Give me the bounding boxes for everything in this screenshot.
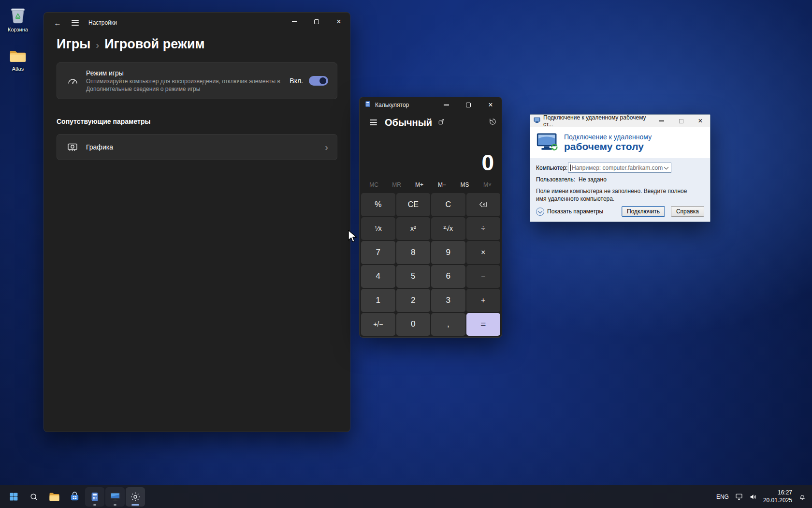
- calc-key-reciprocal[interactable]: ⅟x: [361, 217, 395, 240]
- calc-key-subtract[interactable]: −: [466, 265, 501, 288]
- calc-key-three[interactable]: 3: [431, 289, 465, 312]
- network-icon[interactable]: [735, 493, 743, 500]
- language-indicator[interactable]: ENG: [716, 493, 729, 500]
- desktop-icon-label: Atlas: [12, 66, 24, 72]
- calc-memory-clear-button[interactable]: MC: [362, 181, 385, 188]
- breadcrumb-games[interactable]: Игры: [57, 37, 90, 52]
- calc-key-backspace[interactable]: [466, 193, 501, 216]
- close-icon: ×: [488, 101, 493, 109]
- calc-memory-store-button[interactable]: MS: [453, 181, 476, 188]
- search-icon: [29, 492, 39, 502]
- mouse-cursor: [347, 229, 358, 246]
- maximize-button[interactable]: [305, 13, 328, 31]
- taskbar-search-button[interactable]: [24, 487, 44, 507]
- rdp-window: Подключение к удаленному рабочему ст... …: [530, 114, 710, 222]
- history-icon: [489, 118, 497, 126]
- desktop-icon-atlas[interactable]: Atlas: [0, 49, 36, 72]
- calc-memory-recall-button[interactable]: MR: [385, 181, 408, 188]
- game-mode-description: Оптимизируйте компьютер для воспроизведе…: [86, 78, 282, 85]
- close-button[interactable]: ×: [479, 97, 502, 113]
- hamburger-icon: [370, 120, 377, 125]
- volume-icon[interactable]: [749, 493, 757, 501]
- taskbar-clock[interactable]: 16:27 20.01.2025: [763, 489, 792, 504]
- back-button[interactable]: ←: [49, 15, 66, 31]
- rdp-window-title: Подключение к удаленному рабочему ст...: [543, 114, 652, 128]
- minimize-button[interactable]: [435, 97, 457, 113]
- connect-button[interactable]: Подключить: [622, 206, 665, 217]
- settings-window-title: Настройки: [88, 19, 117, 26]
- calc-key-percent[interactable]: %: [361, 193, 395, 216]
- calc-key-equals[interactable]: =: [466, 313, 501, 336]
- minimize-button[interactable]: [652, 115, 671, 127]
- remote-desktop-icon: [109, 491, 121, 502]
- history-button[interactable]: [489, 118, 497, 127]
- keep-on-top-button[interactable]: [438, 118, 445, 127]
- close-button[interactable]: ×: [328, 13, 350, 31]
- calc-key-negate[interactable]: +/−: [361, 313, 395, 336]
- help-button[interactable]: Справка: [671, 206, 704, 217]
- rdp-heading-line2: рабочему столу: [564, 141, 652, 152]
- calc-key-multiply[interactable]: ×: [466, 241, 501, 264]
- calc-memory-flyout-button[interactable]: M˅: [476, 181, 499, 188]
- computer-combobox[interactable]: Например: computer.fabrikam.com: [568, 163, 671, 173]
- calc-key-two[interactable]: 2: [396, 289, 431, 312]
- hint-line2: имя удаленного компьютера.: [536, 195, 704, 203]
- maximize-icon: [679, 119, 683, 123]
- store-icon: [69, 491, 80, 502]
- graphics-settings-row[interactable]: Графика ›: [57, 134, 337, 160]
- maximize-icon: [314, 19, 319, 24]
- calculator-app-icon: [364, 101, 371, 109]
- calc-mode-label: Обычный: [385, 117, 432, 128]
- calc-key-square-root[interactable]: ²√x: [431, 217, 465, 240]
- game-mode-learn-more-link[interactable]: Дополнительные сведения о режиме игры: [86, 86, 282, 92]
- taskbar-settings-button[interactable]: [126, 487, 145, 507]
- calc-key-seven[interactable]: 7: [361, 241, 395, 264]
- desktop-icon-recycle-bin[interactable]: Корзина: [0, 6, 36, 32]
- calc-keypad: %CEC⅟xx²²√x÷789×456−123++/−0,=: [360, 192, 502, 337]
- taskbar-store-button[interactable]: [65, 487, 84, 507]
- calc-key-one[interactable]: 1: [361, 289, 395, 312]
- calc-key-eight[interactable]: 8: [396, 241, 431, 264]
- maximize-button[interactable]: [457, 97, 479, 113]
- calc-key-decimal[interactable]: ,: [431, 313, 465, 336]
- notifications-bell-icon[interactable]: [798, 493, 806, 501]
- game-mode-toggle[interactable]: [309, 76, 328, 86]
- close-button[interactable]: ×: [691, 115, 710, 127]
- calc-nav-menu-button[interactable]: [364, 114, 382, 131]
- taskbar: ENG 16:27 20.01.2025: [0, 485, 812, 508]
- calc-memory-add-button[interactable]: M+: [408, 181, 431, 188]
- nav-menu-button[interactable]: [66, 15, 84, 31]
- combobox-dropdown-icon[interactable]: [662, 164, 670, 172]
- calc-key-clear[interactable]: C: [431, 193, 465, 216]
- calc-key-five[interactable]: 5: [396, 265, 431, 288]
- calc-key-square[interactable]: x²: [396, 217, 431, 240]
- calc-key-add[interactable]: +: [466, 289, 501, 312]
- rdp-logo-icon: [536, 132, 559, 154]
- minimize-button[interactable]: [283, 13, 305, 31]
- calc-key-divide[interactable]: ÷: [466, 217, 501, 240]
- recycle-bin-icon: [10, 6, 26, 25]
- breadcrumb-game-mode: Игровой режим: [104, 37, 204, 52]
- calc-key-four[interactable]: 4: [361, 265, 395, 288]
- show-options-label[interactable]: Показать параметры: [547, 208, 603, 215]
- settings-titlebar: ← Настройки ×: [44, 13, 350, 33]
- calc-memory-subtract-button[interactable]: M−: [431, 181, 453, 188]
- calc-key-nine[interactable]: 9: [431, 241, 465, 264]
- calc-key-clear-entry[interactable]: CE: [396, 193, 431, 216]
- show-options-chevron-button[interactable]: [536, 208, 544, 216]
- maximize-button[interactable]: [671, 115, 691, 127]
- calculator-icon: [89, 492, 100, 502]
- keep-on-top-icon: [438, 118, 445, 125]
- taskbar-start-button[interactable]: [4, 487, 23, 507]
- calc-key-zero[interactable]: 0: [396, 313, 431, 336]
- settings-window: ← Настройки × Игры › Игровой режим Режим: [44, 12, 350, 432]
- taskbar-file-explorer-button[interactable]: [44, 487, 64, 507]
- taskbar-calculator-button[interactable]: [85, 487, 104, 507]
- breadcrumb-separator-icon: ›: [96, 39, 99, 51]
- minimize-icon: [444, 105, 449, 105]
- taskbar-remote-desktop-button[interactable]: [105, 487, 125, 507]
- computer-placeholder: Например: computer.fabrikam.com: [572, 164, 663, 171]
- game-mode-card: Режим игры Оптимизируйте компьютер для в…: [57, 62, 337, 99]
- calc-key-six[interactable]: 6: [431, 265, 465, 288]
- graphics-label: Графика: [86, 143, 325, 151]
